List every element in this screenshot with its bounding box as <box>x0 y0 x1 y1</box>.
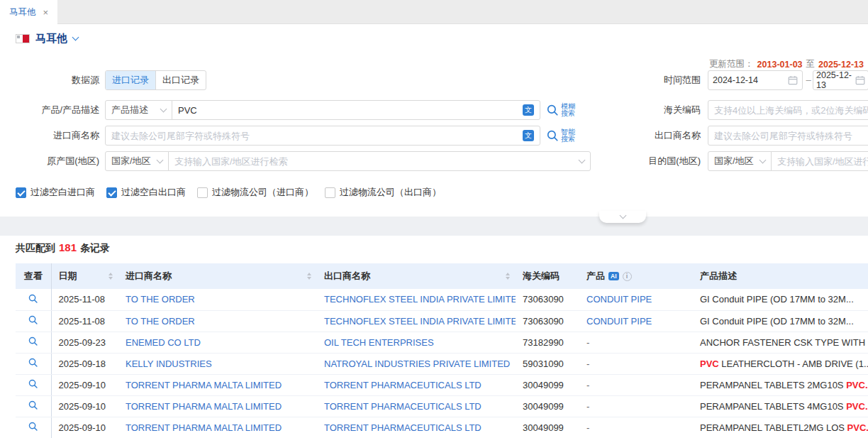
sort-icon[interactable] <box>307 273 311 280</box>
exporter-link[interactable]: OIL TECH ENTERPRISES <box>324 337 434 348</box>
product-link[interactable]: CONDUIT PIPE <box>586 294 652 305</box>
view-search-icon[interactable] <box>28 357 38 368</box>
sort-icon[interactable] <box>108 273 113 280</box>
cell-product: - <box>579 395 693 417</box>
results-table: 查看 日期 进口商名称 出口商名称 海关编码 产品 AI <box>16 263 868 438</box>
view-search-icon[interactable] <box>28 400 38 410</box>
filter-checkbox[interactable]: 过滤物流公司（出口商） <box>325 186 441 199</box>
cell-hs-code: 30049099 <box>516 395 579 417</box>
fuzzy-search-button[interactable]: 模糊搜索 <box>546 100 575 120</box>
description-text: PERAMPANEL TABLETS 2MG10S <box>700 380 846 390</box>
date-start-input[interactable]: 2024-12-14 <box>708 70 803 90</box>
browser-tabstrip: 马耳他 × <box>0 0 868 24</box>
cell-exporter: TORRENT PHARMACEUTICALS LTD <box>317 417 516 438</box>
info-icon[interactable] <box>623 272 632 281</box>
date-end-value: 2025-12-13 <box>816 70 852 90</box>
description-text: PERAMPANEL TABLETS 4MG10S <box>700 401 846 412</box>
view-search-icon[interactable] <box>28 314 38 325</box>
importer-link[interactable]: TORRENT PHARMA MALTA LIMITED <box>126 422 282 433</box>
view-search-icon[interactable] <box>28 378 38 389</box>
translate-icon[interactable]: 文 <box>523 130 534 141</box>
product-link[interactable]: CONDUIT PIPE <box>586 316 652 327</box>
cell-hs-code: 73063090 <box>516 289 579 310</box>
smart-search-button[interactable]: 智能搜索 <box>546 126 575 146</box>
cell-exporter: NATROYAL INDUSTRIES PRIVATE LIMITED <box>317 353 516 374</box>
cell-importer: TORRENT PHARMA MALTA LIMITED <box>118 417 317 438</box>
description-text: LEATHERCLOTH - AMB DRIVE (1... <box>719 358 868 369</box>
exporter-link[interactable]: NATROYAL INDUSTRIES PRIVATE LIMITED <box>324 358 510 369</box>
date-end-input[interactable]: 2025-12-13 <box>813 70 868 90</box>
destination-type-select[interactable]: 国家/地区 <box>708 151 772 171</box>
tab-import-records[interactable]: 进口记录 <box>106 71 155 89</box>
importer-link[interactable]: ENEMED CO LTD <box>126 337 201 348</box>
filter-checkbox[interactable]: 过滤物流公司（进口商） <box>197 186 313 199</box>
hs-code-input[interactable] <box>714 105 868 116</box>
summary-suffix: 条记录 <box>80 242 110 253</box>
cell-importer: TO THE ORDER <box>118 310 317 332</box>
translate-icon[interactable]: 文 <box>523 104 534 116</box>
col-date[interactable]: 日期 <box>51 263 118 289</box>
cell-description: GI Conduit PIPE (OD 17MM to 32M... <box>693 289 868 310</box>
col-importer[interactable]: 进口商名称 <box>118 263 317 289</box>
cell-hs-code: 30049099 <box>516 374 579 395</box>
filter-checkbox[interactable]: 过滤空白进口商 <box>16 186 95 199</box>
view-search-icon[interactable] <box>28 293 38 304</box>
view-search-icon[interactable] <box>28 421 38 432</box>
origin-type-select[interactable]: 国家/地区 <box>105 151 169 171</box>
chevron-down-icon[interactable] <box>72 33 79 40</box>
browser-tab-malta[interactable]: 马耳他 × <box>0 0 57 24</box>
destination-input[interactable] <box>777 156 868 167</box>
filter-checkbox[interactable]: 过滤空白出口商 <box>106 186 186 199</box>
product-field-select[interactable]: 产品描述 <box>105 100 172 120</box>
view-cell <box>16 289 51 310</box>
col-exporter[interactable]: 出口商名称 <box>317 263 516 289</box>
cell-product: - <box>579 374 693 395</box>
page-title: 马耳他 <box>35 32 67 45</box>
view-cell <box>16 332 51 353</box>
cell-date: 2025-09-10 <box>51 417 118 438</box>
importer-link[interactable]: KELLY INDUSTRIES <box>126 358 212 369</box>
chevron-down-icon <box>157 156 164 163</box>
importer-input[interactable] <box>111 131 518 141</box>
exporter-link[interactable]: TECHNOFLEX STEEL INDIA PRIVATE LIMITED <box>324 316 516 327</box>
exporter-link[interactable]: TECHNOFLEX STEEL INDIA PRIVATE LIMITED <box>324 294 516 305</box>
view-search-icon[interactable] <box>28 336 38 346</box>
close-icon[interactable]: × <box>43 7 49 18</box>
exporter-link[interactable]: TORRENT PHARMACEUTICALS LTD <box>324 401 482 412</box>
update-range-start: 2013-01-03 <box>757 60 803 70</box>
cell-importer: KELLY INDUSTRIES <box>118 353 317 374</box>
checkbox-box[interactable] <box>16 187 26 198</box>
destination-input-wrap <box>771 151 868 171</box>
sort-icon[interactable] <box>506 273 510 280</box>
description-highlight: PVC... <box>846 380 868 390</box>
product-input[interactable] <box>178 105 518 116</box>
hs-code-label: 海关编码 <box>607 100 701 120</box>
importer-input-wrap: 文 <box>105 126 540 146</box>
cell-date: 2025-09-23 <box>51 332 118 353</box>
importer-link[interactable]: TORRENT PHARMA MALTA LIMITED <box>126 401 282 412</box>
collapse-filter-button[interactable] <box>599 211 646 223</box>
importer-link[interactable]: TO THE ORDER <box>126 294 195 305</box>
description-highlight: PVC <box>700 358 719 369</box>
cell-product: - <box>579 417 693 438</box>
table-row: 2025-09-10 TORRENT PHARMA MALTA LIMITED … <box>16 417 868 438</box>
origin-input[interactable] <box>174 156 575 167</box>
exporter-link[interactable]: TORRENT PHARMACEUTICALS LTD <box>324 422 482 433</box>
tab-export-records[interactable]: 出口记录 <box>155 71 206 89</box>
exporter-input-wrap <box>708 126 868 146</box>
importer-link[interactable]: TO THE ORDER <box>126 316 195 327</box>
update-range-label: 更新范围： <box>709 58 754 70</box>
col-product-label: 产品 <box>586 270 605 283</box>
description-text: GI Conduit PIPE (OD 17MM to 32M... <box>700 316 854 327</box>
chevron-down-icon <box>160 105 167 112</box>
checkbox-box[interactable] <box>106 187 117 198</box>
chevron-down-icon <box>760 156 767 163</box>
summary-prefix: 共匹配到 <box>16 242 55 253</box>
checkbox-box[interactable] <box>197 187 208 198</box>
checkbox-label: 过滤物流公司（进口商） <box>212 186 313 199</box>
importer-link[interactable]: TORRENT PHARMA MALTA LIMITED <box>126 380 282 390</box>
exporter-link[interactable]: TORRENT PHARMACEUTICALS LTD <box>324 380 482 390</box>
cell-date: 2025-09-10 <box>51 374 118 395</box>
checkbox-box[interactable] <box>325 187 335 198</box>
exporter-input[interactable] <box>714 131 868 141</box>
